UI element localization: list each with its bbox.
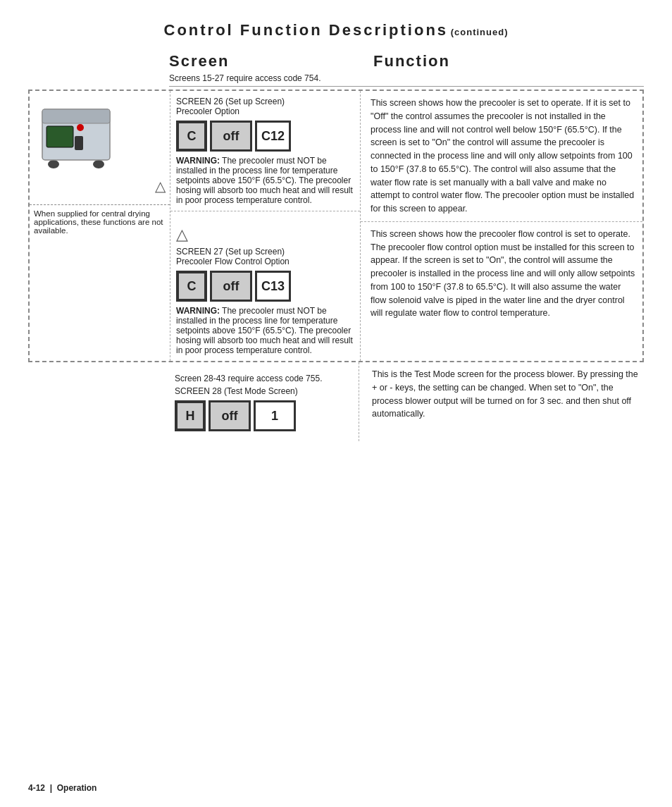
screen-26-box-c: C — [176, 121, 207, 152]
page-title: Control Function Descriptions — [164, 21, 449, 39]
screen-27-warning: WARNING: The precooler must NOT be insta… — [176, 306, 354, 355]
section-name: Operation — [57, 783, 97, 793]
sidebar-warning-triangle: △ — [34, 178, 166, 195]
machine-image-area: △ — [30, 91, 170, 199]
function-column-header: Function — [359, 52, 644, 87]
screen-27-box-off: off — [210, 271, 252, 302]
svg-rect-4 — [46, 126, 73, 147]
screens-26-27-middle: SCREEN 26 (Set up Screen) Precooler Opti… — [170, 91, 361, 361]
screen-28-box-h: H — [175, 400, 206, 431]
svg-rect-3 — [42, 109, 110, 123]
svg-rect-6 — [75, 136, 83, 150]
function-28-section: This is the Test Mode screen for the pro… — [359, 362, 644, 441]
screen-heading: Screen — [169, 52, 359, 70]
screen-28-box-1: 1 — [254, 400, 296, 431]
bottom-left-empty — [28, 362, 169, 441]
sidebar-note: When supplied for central drying applica… — [30, 204, 170, 239]
function-28-text: This is the Test Mode screen for the pro… — [372, 369, 638, 419]
screen-28-area: Screen 28-43 require access code 755. SC… — [169, 362, 359, 441]
screen-27-box-c13: C13 — [255, 271, 291, 302]
page: Control Function Descriptions (continued… — [0, 0, 672, 807]
machine-illustration — [34, 95, 118, 173]
left-sidebar-area: △ When supplied for central drying appli… — [30, 91, 170, 361]
screen-27-section: △ SCREEN 27 (Set up Screen) Precooler Fl… — [170, 211, 360, 361]
page-footer: 4-12 | Operation — [28, 783, 97, 793]
screen-26-box-c12: C12 — [255, 121, 291, 152]
screen-27-display: C off C13 — [176, 271, 354, 302]
page-number: 4-12 — [28, 783, 45, 793]
function-27-text: This screen shows how the precooler flow… — [371, 229, 635, 319]
screens-26-27-wrapper: △ When supplied for central drying appli… — [28, 90, 644, 362]
screen-26-warning: WARNING: The precooler must NOT be insta… — [176, 156, 354, 205]
function-heading: Function — [373, 52, 644, 70]
function-27-section: This screen shows how the precooler flow… — [361, 222, 642, 326]
column-headers: Screen Screens 15-27 require access code… — [169, 52, 644, 87]
page-header: Control Function Descriptions (continued… — [28, 21, 644, 39]
continued-label: (continued) — [451, 27, 509, 37]
screen-28-box-off: off — [209, 400, 251, 431]
screens-26-27-right: This screen shows how the precooler is s… — [361, 91, 642, 361]
svg-point-0 — [48, 160, 59, 168]
screen-28-label: SCREEN 28 (Test Mode Screen) — [175, 386, 353, 396]
function-26-section: This screen shows how the precooler is s… — [361, 91, 642, 222]
screen-26-section: SCREEN 26 (Set up Screen) Precooler Opti… — [170, 91, 360, 211]
function-26-text: This screen shows how the precooler is s… — [371, 98, 634, 214]
screen-28-display: H off 1 — [175, 400, 353, 431]
warning-triangle-27: △ — [176, 226, 188, 244]
screen-26-label: SCREEN 26 (Set up Screen) Precooler Opti… — [176, 97, 354, 116]
svg-point-1 — [93, 160, 104, 168]
screen-27-warning-row: △ — [176, 224, 354, 244]
access-code-note: Screens 15-27 require access code 754. — [169, 73, 359, 83]
screen-26-box-off: off — [210, 121, 252, 152]
screen-27-box-c: C — [176, 271, 207, 302]
bottom-content: Screen 28-43 require access code 755. SC… — [28, 362, 644, 441]
svg-point-5 — [77, 124, 84, 131]
screen-26-display: C off C12 — [176, 121, 354, 152]
access-code-28-note: Screen 28-43 require access code 755. — [175, 374, 353, 383]
screen-column-header: Screen Screens 15-27 require access code… — [169, 52, 359, 87]
screen-27-label: SCREEN 27 (Set up Screen) Precooler Flow… — [176, 247, 354, 266]
